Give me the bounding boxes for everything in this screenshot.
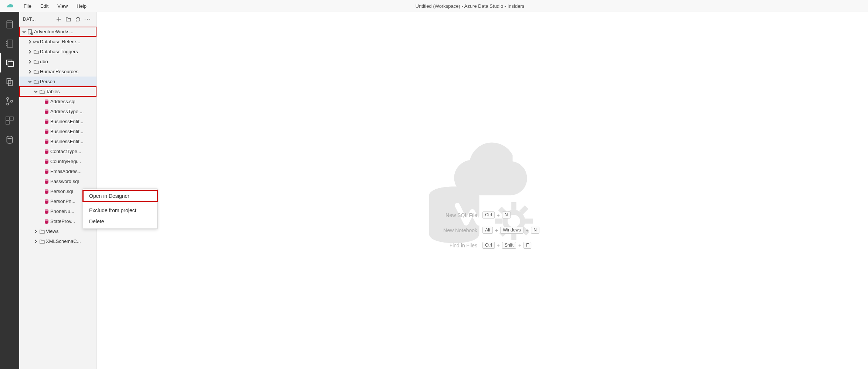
chevron-right-icon [33,240,38,243]
tree-item[interactable]: DatabaseTriggers [19,47,96,57]
tree-table-file[interactable]: Password.sql [19,176,96,186]
key: F [523,242,531,249]
tree-label: BusinessEntit... [50,129,84,134]
tree-table-file[interactable]: EmailAddres... [19,166,96,176]
plus: + [495,227,498,233]
chevron-right-icon [33,230,38,233]
sql-file-icon [43,219,50,224]
shortcut-label: New Notebook [425,227,477,233]
tree-item[interactable]: dbo [19,57,96,67]
tree-label: dbo [40,59,48,64]
tree-label: ContactType.... [50,149,82,154]
svg-rect-15 [10,117,13,120]
key: Alt [482,227,493,234]
tree-item[interactable]: XMLSchemaC... [19,236,96,246]
tree-table-file[interactable]: ContactType.... [19,146,96,156]
activity-extensions-icon[interactable] [0,111,19,130]
welcome-shortcuts: New SQL File Ctrl + N New Notebook Alt +… [425,211,539,249]
shortcut-row: Find in Files Ctrl + Shift + F [425,242,539,249]
menu-file[interactable]: File [19,1,36,11]
key: Ctrl [482,242,495,249]
context-menu: Open in Designer Exclude from project De… [83,189,157,229]
panel-refresh-icon[interactable] [73,14,83,24]
svg-point-43 [45,189,48,191]
activity-connections-icon[interactable] [0,15,19,34]
key: N [531,227,539,234]
tree-label: EmailAddres... [50,169,82,174]
chevron-down-icon [33,90,38,94]
tree-item-tables[interactable]: Tables [19,87,96,97]
tree-item-person[interactable]: Person [19,77,96,87]
sql-file-icon [43,99,50,105]
svg-point-45 [45,199,48,201]
tree-project-root[interactable]: AdventureWorks... [19,27,96,37]
tree-table-file[interactable]: BusinessEntit... [19,126,96,136]
tree-label: XMLSchemaC... [46,238,81,244]
activity-database-icon[interactable] [0,130,19,149]
folder-icon [33,59,40,65]
folder-icon [33,49,40,55]
svg-point-49 [45,219,48,221]
sql-file-icon [43,129,50,135]
tree-label: PhoneNu... [50,209,74,214]
chevron-down-icon [21,30,27,34]
tree-table-file[interactable]: BusinessEntit... [19,116,96,126]
tree-label: StateProv... [50,219,75,224]
app-logo-icon [0,1,19,10]
svg-point-20 [31,33,33,34]
folder-icon [33,69,40,75]
chevron-right-icon [27,40,33,44]
editor-area: New SQL File Ctrl + N New Notebook Alt +… [97,12,868,369]
folder-icon [38,238,46,244]
svg-point-16 [7,136,12,139]
activity-notebooks-icon[interactable] [0,34,19,53]
svg-rect-52 [511,202,516,210]
activity-source-control-icon[interactable] [0,92,19,111]
shortcut-keys: Ctrl + N [482,211,511,219]
activity-copy-icon[interactable] [0,72,19,92]
folder-icon [33,79,40,85]
tree-label: HumanResources [40,69,78,74]
panel-header: DAT... ··· [19,12,96,27]
sql-file-icon [43,159,50,165]
svg-point-27 [45,109,48,111]
sql-file-icon [43,149,50,155]
sql-file-icon [43,189,50,194]
svg-rect-21 [34,41,35,43]
menu-view[interactable]: View [53,1,72,11]
ctx-delete[interactable]: Delete [83,216,157,227]
panel-add-icon[interactable] [54,14,64,24]
activity-explorer-icon[interactable] [0,53,19,72]
svg-point-10 [7,98,9,99]
svg-point-39 [45,169,48,171]
ctx-open-in-designer[interactable]: Open in Designer [83,190,157,202]
tree-item[interactable]: HumanResources [19,67,96,77]
folder-icon [38,89,46,95]
chevron-right-icon [27,70,33,74]
tree-table-file[interactable]: AddressType.... [19,106,96,116]
tree-table-file[interactable]: CountryRegi... [19,156,96,166]
tree-item[interactable]: Database Refere... [19,37,96,47]
tree-table-file[interactable]: BusinessEntit... [19,136,96,146]
tree-table-file[interactable]: Address.sql [19,97,96,106]
svg-point-12 [11,100,13,102]
sql-file-icon [43,119,50,125]
sql-project-icon [27,29,34,35]
folder-icon [38,228,46,234]
tree-label: DatabaseTriggers [40,49,78,54]
key: Ctrl [482,211,495,219]
panel-open-folder-icon[interactable] [64,14,73,24]
tree-label: AdventureWorks... [34,29,74,34]
shortcut-keys: Alt + Windows + N [482,227,539,234]
tree-label: Password.sql [50,179,79,184]
plus: + [497,243,500,248]
svg-point-33 [45,139,48,141]
chevron-right-icon [27,50,33,54]
menu-edit[interactable]: Edit [36,1,53,11]
svg-rect-14 [6,121,9,124]
ctx-exclude-from-project[interactable]: Exclude from project [83,205,157,216]
shortcut-label: New SQL File [425,212,477,218]
menu-help[interactable]: Help [72,1,91,11]
panel-more-icon[interactable]: ··· [83,16,93,23]
reference-icon [33,39,40,45]
